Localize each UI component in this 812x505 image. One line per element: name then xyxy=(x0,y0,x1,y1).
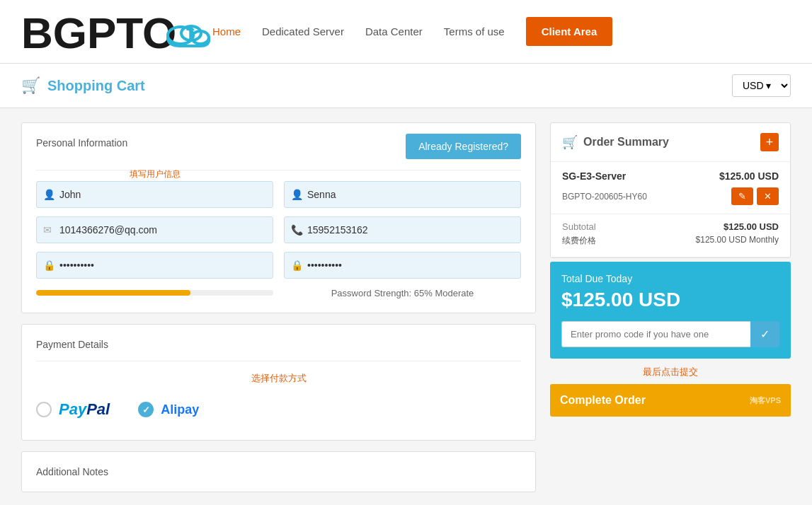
complete-order-area: 最后点击提交 Complete Order 淘客VPS xyxy=(550,366,791,417)
order-subtotal-row: Subtotal $125.00 USD 续费价格 $125.00 USD Mo… xyxy=(551,214,790,257)
phone-wrapper: 📞 xyxy=(284,216,521,243)
already-registered-button[interactable]: Already Registered? xyxy=(406,134,521,159)
svg-text:BGPTO: BGPTO xyxy=(21,8,176,57)
paypal-logo: PayPal xyxy=(59,400,110,419)
nav-terms[interactable]: Terms of use xyxy=(444,25,505,37)
order-header: 🛒 Order Summary + xyxy=(551,123,790,162)
first-name-wrapper: 填写用户信息 👤 xyxy=(36,181,273,208)
left-panel: Personal Information Already Registered?… xyxy=(21,122,536,492)
payment-details-card: Payment Details 选择付款方式 PayPal Alipay xyxy=(21,324,536,441)
order-item-actions: ✎ ✕ xyxy=(731,187,779,205)
last-name-wrapper: 👤 xyxy=(284,181,521,208)
client-area-button[interactable]: Client Area xyxy=(526,17,613,46)
email-wrapper: ✉ xyxy=(36,216,273,243)
nav-dedicated-server[interactable]: Dedicated Server xyxy=(262,25,344,37)
email-input[interactable] xyxy=(36,216,273,243)
order-item-name: SG-E3-Server xyxy=(562,170,626,182)
promo-row: ✓ xyxy=(561,321,779,347)
order-item-sub: BGPTO-200605-HY60 ✎ ✕ xyxy=(562,187,779,205)
strength-row: Password Strength: 65% Moderate xyxy=(36,287,521,298)
renewal-label: 续费价格 xyxy=(562,235,596,247)
first-name-input[interactable] xyxy=(36,181,273,208)
right-panel: 🛒 Order Summary + SG-E3-Server $125.00 U… xyxy=(550,122,791,417)
additional-notes-title: Additional Notes xyxy=(36,466,108,477)
phone-input[interactable] xyxy=(284,216,521,243)
strength-label: Password Strength: 65% Moderate xyxy=(331,288,474,298)
total-due-card: Total Due Today $125.00 USD ✓ xyxy=(550,262,791,359)
promo-submit-button[interactable]: ✓ xyxy=(750,321,779,347)
strength-fill xyxy=(36,290,190,296)
page-title: Shopping Cart xyxy=(47,78,145,94)
paypal-option[interactable]: PayPal xyxy=(36,400,110,419)
page-header: 🛒 Shopping Cart USD ▾ EUR CNY xyxy=(0,64,812,108)
delete-item-button[interactable]: ✕ xyxy=(757,187,779,205)
nav-data-center[interactable]: Data Center xyxy=(365,25,423,37)
complete-order-label: Complete Order xyxy=(560,394,646,407)
password-input[interactable] xyxy=(36,252,273,279)
main-content: Personal Information Already Registered?… xyxy=(0,108,812,505)
order-summary-card: 🛒 Order Summary + SG-E3-Server $125.00 U… xyxy=(550,122,791,258)
page-title-area: 🛒 Shopping Cart xyxy=(21,76,145,95)
header: BGPTO Home Dedicated Server Data Center … xyxy=(0,0,812,64)
strength-bar-area xyxy=(36,290,273,296)
complete-order-button[interactable]: Complete Order 淘客VPS xyxy=(550,384,791,417)
personal-info-title: Personal Information xyxy=(36,137,127,149)
order-summary-title: Order Summary xyxy=(583,136,669,149)
user-icon: 👤 xyxy=(43,189,55,200)
last-name-input[interactable] xyxy=(284,181,521,208)
currency-selector[interactable]: USD ▾ EUR CNY xyxy=(732,74,791,97)
lock-icon-2: 🔒 xyxy=(291,260,303,271)
personal-info-card: Personal Information Already Registered?… xyxy=(21,122,536,313)
subtotal-line: Subtotal $125.00 USD xyxy=(562,221,779,232)
total-due-label: Total Due Today xyxy=(561,273,779,284)
nav-home[interactable]: Home xyxy=(212,25,241,37)
order-item-code: BGPTO-200605-HY60 xyxy=(562,192,647,202)
edit-item-button[interactable]: ✎ xyxy=(731,187,753,205)
payment-options: PayPal Alipay xyxy=(36,393,521,426)
email-icon: ✉ xyxy=(43,224,52,236)
logo-svg: BGPTO xyxy=(21,7,212,57)
shopping-cart-icon: 🛒 xyxy=(21,76,40,95)
alipay-option[interactable]: Alipay xyxy=(138,402,199,417)
order-cart-icon: 🛒 xyxy=(562,134,578,150)
paypal-radio[interactable] xyxy=(36,402,52,417)
logo-area: BGPTO xyxy=(21,7,212,57)
fill-hint: 填写用户信息 xyxy=(130,168,181,180)
email-phone-row: ✉ 📞 xyxy=(36,216,521,243)
alipay-radio[interactable] xyxy=(138,402,154,417)
password-confirm-wrapper: 🔒 xyxy=(284,252,521,279)
alipay-label: Alipay xyxy=(161,402,199,417)
phone-icon: 📞 xyxy=(291,224,303,236)
watermark: 淘客VPS xyxy=(750,395,781,406)
order-item-name-row: SG-E3-Server $125.00 USD xyxy=(562,170,779,182)
order-header-left: 🛒 Order Summary xyxy=(562,134,669,150)
renewal-line: 续费价格 $125.00 USD Monthly xyxy=(562,235,779,247)
order-item-price: $125.00 USD xyxy=(719,170,779,182)
subtotal-value: $125.00 USD xyxy=(724,221,779,232)
subtotal-label: Subtotal xyxy=(562,221,596,232)
main-nav: Home Dedicated Server Data Center Terms … xyxy=(212,17,612,46)
payment-title: Payment Details xyxy=(36,339,108,350)
user-icon-2: 👤 xyxy=(291,189,303,200)
strength-bar xyxy=(36,290,273,296)
additional-notes-card: Additional Notes xyxy=(21,451,536,492)
complete-hint: 最后点击提交 xyxy=(550,366,791,378)
payment-hint: 选择付款方式 xyxy=(36,372,521,385)
lock-icon: 🔒 xyxy=(43,260,55,271)
password-row: 🔒 🔒 xyxy=(36,252,521,279)
name-row: 填写用户信息 👤 👤 xyxy=(36,181,521,208)
password-wrapper: 🔒 xyxy=(36,252,273,279)
promo-input[interactable] xyxy=(561,321,750,347)
order-add-button[interactable]: + xyxy=(760,133,779,151)
password-confirm-input[interactable] xyxy=(284,252,521,279)
total-due-amount: $125.00 USD xyxy=(561,289,779,311)
renewal-value: $125.00 USD Monthly xyxy=(696,235,779,247)
order-item-row: SG-E3-Server $125.00 USD BGPTO-200605-HY… xyxy=(551,162,790,214)
